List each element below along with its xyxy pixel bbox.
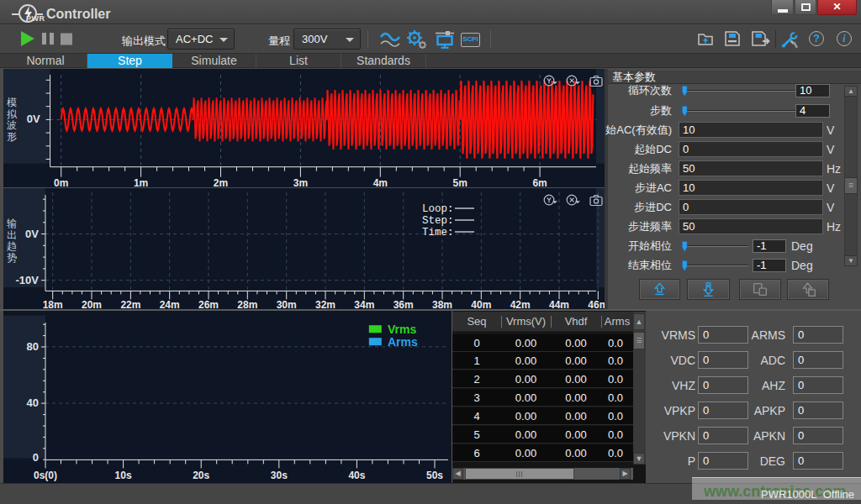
svg-text:0V: 0V xyxy=(27,113,40,125)
svg-text:0s(0): 0s(0) xyxy=(34,470,57,481)
svg-text:30s: 30s xyxy=(271,470,288,481)
svg-text:24m: 24m xyxy=(160,299,180,308)
svg-text:50s: 50s xyxy=(426,470,443,481)
svg-text:1m: 1m xyxy=(134,177,148,187)
svg-text:44m: 44m xyxy=(549,299,569,308)
svg-text:20s: 20s xyxy=(193,470,209,481)
svg-text:0: 0 xyxy=(33,451,39,464)
svg-text:46m: 46m xyxy=(588,299,605,308)
svg-text:20m: 20m xyxy=(82,299,102,308)
svg-text:Loop:: Loop: xyxy=(422,203,454,215)
svg-text:40m: 40m xyxy=(471,299,491,308)
svg-text:28m: 28m xyxy=(237,299,257,308)
svg-text:42m: 42m xyxy=(510,299,531,308)
svg-text:4m: 4m xyxy=(373,177,388,187)
svg-text:5m: 5m xyxy=(453,177,467,187)
svg-text:40s: 40s xyxy=(348,470,365,481)
svg-text:36m: 36m xyxy=(394,299,414,308)
svg-text:Vrms: Vrms xyxy=(388,323,416,336)
svg-text:32m: 32m xyxy=(315,299,335,308)
svg-text:3m: 3m xyxy=(293,177,308,187)
svg-text:Step:: Step: xyxy=(422,215,454,227)
svg-text:Time:: Time: xyxy=(422,227,454,239)
svg-text:2m: 2m xyxy=(214,177,228,187)
svg-text:26m: 26m xyxy=(198,299,219,308)
svg-text:40: 40 xyxy=(27,396,39,409)
svg-text:0m: 0m xyxy=(54,177,68,187)
svg-text:30m: 30m xyxy=(277,299,297,308)
svg-text:22m: 22m xyxy=(120,299,140,308)
svg-text:38m: 38m xyxy=(432,299,452,308)
svg-text:Arms: Arms xyxy=(388,335,418,349)
svg-text:-10V: -10V xyxy=(16,274,40,286)
svg-text:10s: 10s xyxy=(115,470,132,481)
svg-text:34m: 34m xyxy=(354,299,374,308)
svg-text:6m: 6m xyxy=(532,177,547,187)
svg-text:0V: 0V xyxy=(25,228,39,240)
svg-text:80: 80 xyxy=(27,340,39,353)
svg-text:18m: 18m xyxy=(43,299,63,308)
